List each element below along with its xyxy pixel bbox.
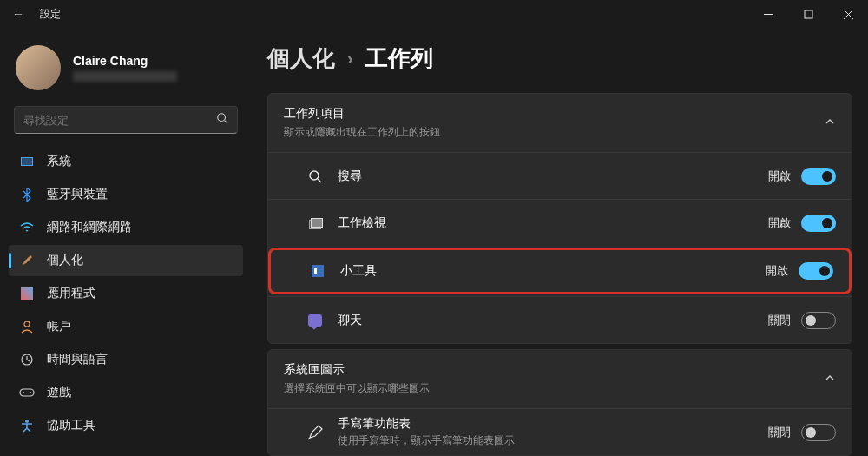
nav-system[interactable]: 系統 [9,146,243,177]
widgets-icon [309,265,326,277]
nav-accessibility[interactable]: 協助工具 [9,410,243,441]
svg-line-13 [318,179,321,182]
chevron-right-icon: › [347,49,353,69]
chat-icon [306,314,324,327]
breadcrumb-current: 工作列 [365,43,433,74]
nav-time-language[interactable]: 時間與語言 [9,344,243,375]
maximize-button[interactable] [788,0,828,28]
gamepad-icon [19,385,35,400]
main-panel: 個人化 › 工作列 工作列項目 顯示或隱藏出現在工作列上的按鈕 搜尋 開啟 工作… [252,28,868,456]
section-header[interactable]: 工作列項目 顯示或隱藏出現在工作列上的按鈕 [268,94,852,152]
toggle-state: 關閉 [768,313,791,328]
bluetooth-icon [19,187,35,202]
apps-icon [19,286,35,301]
row-label: 小工具 [340,263,766,279]
breadcrumb: 個人化 › 工作列 [267,43,852,74]
nav-list: 系統 藍牙與裝置 網路和網際網路 個人化 應用程式 帳戶 時間與語言 遊戲 協助… [5,146,247,441]
section-title: 工作列項目 [284,106,824,122]
chevron-up-icon [824,116,836,131]
row-sublabel: 使用手寫筆時，顯示手寫筆功能表圖示 [338,433,768,448]
sidebar: Claire Chang 系統 藍牙與裝置 網路和網際網路 個人化 應用程式 帳… [0,28,252,456]
nav-bluetooth[interactable]: 藍牙與裝置 [9,179,243,210]
search-icon [306,169,324,183]
window-controls [748,0,868,28]
monitor-icon [19,154,35,169]
search-box[interactable] [14,106,238,134]
row-task-view: 工作檢視 開啟 [268,199,852,246]
row-search: 搜尋 開啟 [268,152,852,199]
toggle-state: 開啟 [768,215,791,231]
task-view-icon [306,218,324,228]
section-systray-icons: 系統匣圖示 選擇系統匣中可以顯示哪些圖示 手寫筆功能表 使用手寫筆時，顯示手寫筆… [267,349,852,456]
row-label: 工作檢視 [338,215,768,231]
svg-point-9 [23,392,24,393]
row-chat: 聊天 關閉 [268,296,852,343]
nav-personalization[interactable]: 個人化 [9,245,243,276]
search-input[interactable] [23,114,216,127]
svg-point-11 [25,420,29,423]
row-pen-menu: 手寫筆功能表 使用手寫筆時，顯示手寫筆功能表圖示 關閉 [268,408,852,455]
accessibility-icon [19,418,35,433]
toggle-state: 開啟 [766,263,788,279]
nav-apps[interactable]: 應用程式 [9,278,243,309]
nav-network[interactable]: 網路和網際網路 [9,212,243,243]
user-email-redacted [73,71,177,82]
section-subtitle: 顯示或隱藏出現在工作列上的按鈕 [284,125,824,140]
wifi-icon [19,220,35,235]
user-name: Claire Chang [73,54,177,68]
svg-point-4 [218,114,226,122]
avatar [16,45,61,90]
search-icon [216,112,228,128]
titlebar: ← 設定 [0,0,868,28]
toggle-chat[interactable] [801,312,836,329]
back-button[interactable]: ← [12,7,24,21]
svg-point-12 [310,171,319,180]
toggle-search[interactable] [801,168,836,185]
row-widgets: 小工具 開啟 [271,250,849,292]
breadcrumb-parent[interactable]: 個人化 [267,43,335,74]
svg-point-6 [24,321,30,327]
section-title: 系統匣圖示 [284,362,824,378]
svg-line-5 [225,121,228,124]
minimize-button[interactable] [748,0,788,28]
user-profile[interactable]: Claire Chang [5,36,247,106]
section-subtitle: 選擇系統匣中可以顯示哪些圖示 [284,381,824,396]
toggle-task-view[interactable] [801,215,836,232]
section-header[interactable]: 系統匣圖示 選擇系統匣中可以顯示哪些圖示 [268,350,852,408]
close-button[interactable] [828,0,868,28]
svg-point-10 [30,392,31,393]
toggle-state: 關閉 [768,425,791,440]
row-label: 搜尋 [338,169,768,184]
row-label: 聊天 [338,313,768,328]
svg-rect-8 [20,389,34,396]
toggle-state: 開啟 [768,169,791,184]
person-icon [19,319,35,334]
toggle-pen-menu[interactable] [801,424,836,441]
nav-gaming[interactable]: 遊戲 [9,377,243,408]
window-title: 設定 [40,7,61,22]
chevron-up-icon [824,372,836,387]
svg-rect-1 [805,10,812,18]
row-label: 手寫筆功能表 [338,416,768,432]
brush-icon [19,253,35,268]
toggle-widgets[interactable] [799,262,833,280]
nav-accounts[interactable]: 帳戶 [9,311,243,342]
clock-icon [19,352,35,367]
section-taskbar-items: 工作列項目 顯示或隱藏出現在工作列上的按鈕 搜尋 開啟 工作檢視 開啟 [267,93,852,344]
pen-icon [306,425,324,440]
highlight-annotation: 小工具 開啟 [268,248,852,294]
